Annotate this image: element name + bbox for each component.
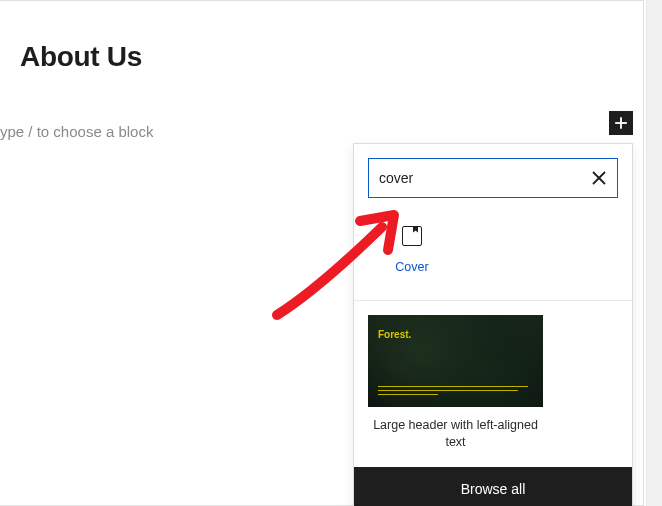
close-icon xyxy=(592,171,606,185)
pattern-caption: Large header with left-aligned text xyxy=(368,417,543,451)
pattern-thumbnail[interactable]: Forest. xyxy=(368,315,543,407)
pattern-results: Forest. Large header with left-aligned t… xyxy=(354,301,632,467)
search-box xyxy=(368,158,618,198)
pattern-thumb-title: Forest. xyxy=(378,329,411,340)
block-results: Cover xyxy=(354,212,632,301)
add-block-button[interactable] xyxy=(609,111,633,135)
page-title[interactable]: About Us xyxy=(20,41,142,73)
pattern-thumb-line xyxy=(378,394,438,395)
block-item-cover[interactable]: Cover xyxy=(366,218,458,282)
app-frame: About Us ype / to choose a block xyxy=(0,0,662,506)
scrollbar-track[interactable] xyxy=(646,0,662,506)
browse-all-button[interactable]: Browse all xyxy=(354,467,632,506)
cover-icon xyxy=(402,226,422,246)
block-item-label: Cover xyxy=(395,260,428,274)
search-wrap xyxy=(354,144,632,212)
clear-search-button[interactable] xyxy=(581,160,617,196)
pattern-thumb-line xyxy=(378,390,518,391)
pattern-thumb-line xyxy=(378,386,528,387)
plus-icon xyxy=(611,113,631,133)
block-placeholder[interactable]: ype / to choose a block xyxy=(0,123,153,140)
editor-canvas[interactable]: About Us ype / to choose a block xyxy=(0,0,644,506)
search-input[interactable] xyxy=(369,170,581,186)
block-inserter-panel: Cover Forest. Large header with left-ali… xyxy=(353,143,633,506)
